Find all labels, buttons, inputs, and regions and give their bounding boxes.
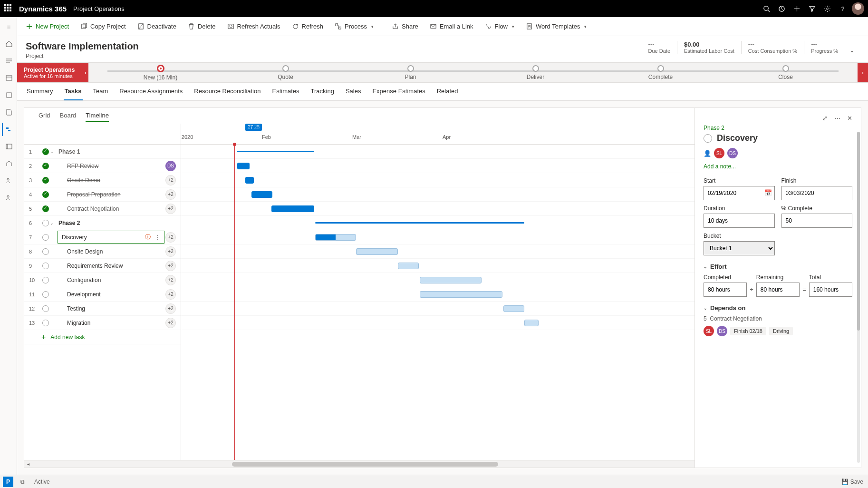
tab-team[interactable]: Team [92, 83, 109, 100]
tab-resource-assignments[interactable]: Resource Assignments [118, 83, 183, 100]
start-date-input[interactable] [704, 186, 775, 200]
tab-tasks[interactable]: Tasks [64, 83, 83, 100]
tab-resource-reconciliation[interactable]: Resource Reconciliation [193, 83, 261, 100]
gantt-bar[interactable] [271, 205, 314, 212]
help-icon[interactable]: ? [835, 1, 850, 16]
gantt-bar[interactable] [420, 277, 482, 283]
search-icon[interactable] [759, 1, 774, 16]
effort-section-header[interactable]: ⌄Effort [704, 263, 852, 270]
projects-icon[interactable] [2, 123, 15, 136]
bpf-stage[interactable]: Quote [223, 65, 348, 80]
assistant-icon[interactable] [774, 1, 789, 16]
copy-project-button[interactable]: Copy Project [76, 21, 130, 32]
rail-icon-1[interactable] [2, 88, 15, 102]
task-row[interactable]: 10 Configuration +2 [24, 273, 181, 287]
email-link-button[interactable]: Email a Link [425, 21, 478, 32]
gantt-bar[interactable] [237, 151, 314, 152]
percent-complete-input[interactable] [781, 214, 853, 228]
effort-completed-input[interactable] [704, 283, 747, 297]
task-row[interactable]: 4 Proposal Preparation +2 [24, 187, 181, 202]
rail-icon-2[interactable] [2, 106, 15, 119]
task-row[interactable]: 5 Contract Negotiation +2 [24, 202, 181, 216]
task-row[interactable]: 7 Discoveryⓘ⋮ +2 [24, 230, 181, 244]
word-templates-button[interactable]: WWord Templates▾ [521, 21, 591, 32]
finish-date-input[interactable] [781, 186, 853, 200]
gantt-bar[interactable] [251, 191, 272, 198]
gantt-bar[interactable] [503, 305, 524, 312]
panel-scrollbar[interactable] [857, 132, 860, 463]
bpf-stage[interactable]: Complete [598, 65, 723, 80]
rail-icon-4[interactable] [2, 157, 15, 170]
task-row[interactable]: 12 Testing +2 [24, 302, 181, 316]
gantt-bar[interactable] [315, 222, 524, 224]
pinned-icon[interactable] [2, 71, 15, 85]
process-button[interactable]: Process▾ [330, 21, 378, 32]
bpf-next-button[interactable]: › [858, 63, 868, 82]
close-panel-icon[interactable]: ✕ [847, 115, 852, 122]
recent-icon[interactable] [2, 54, 15, 68]
task-row[interactable]: 1 ⌄ Phase 1 [24, 145, 181, 159]
task-row[interactable]: 8 Onsite Design +2 [24, 244, 181, 259]
tab-estimates[interactable]: Estimates [271, 83, 300, 100]
gantt-bar[interactable] [420, 291, 502, 298]
task-row[interactable]: 9 Requirements Review +2 [24, 259, 181, 273]
bucket-select[interactable]: Bucket 1 [704, 241, 775, 255]
bpf-stage[interactable]: Plan [348, 65, 473, 80]
assignee-badge[interactable]: DS [727, 148, 738, 158]
viewtab-board[interactable]: Board [60, 112, 77, 122]
share-button[interactable]: Share [387, 21, 423, 32]
bpf-stage[interactable]: Close [723, 65, 848, 80]
bpf-stage[interactable]: New (16 Min) [98, 65, 223, 81]
deactivate-button[interactable]: Deactivate [133, 21, 181, 32]
effort-remaining-input[interactable] [756, 283, 800, 297]
rail-icon-3[interactable] [2, 140, 15, 153]
menu-toggle-icon[interactable]: ≡ [2, 20, 15, 33]
delete-button[interactable]: Delete [183, 21, 221, 32]
effort-total-input[interactable] [809, 283, 852, 297]
expand-panel-icon[interactable]: ⤢ [822, 115, 828, 122]
gantt-bar[interactable] [524, 320, 539, 326]
task-row[interactable]: 11 Development +2 [24, 287, 181, 302]
refresh-button[interactable]: Refresh [287, 21, 328, 32]
settings-icon[interactable] [820, 1, 835, 16]
filter-icon[interactable] [804, 1, 820, 16]
horizontal-scrollbar[interactable]: ◂ [24, 460, 694, 468]
viewtab-timeline[interactable]: Timeline [86, 112, 109, 122]
gantt-bar[interactable] [398, 263, 419, 269]
add-task-row[interactable]: +Add new task [24, 330, 181, 344]
assignee-badge[interactable]: SL [714, 148, 724, 158]
add-note-link[interactable]: Add a note... [704, 163, 852, 170]
gantt-bar[interactable] [356, 248, 398, 255]
tab-tracking[interactable]: Tracking [310, 83, 335, 100]
more-icon[interactable]: ⋯ [834, 115, 840, 122]
bpf-stage[interactable]: Deliver [473, 65, 598, 80]
depends-section-header[interactable]: ⌄Depends on [704, 304, 852, 312]
task-row[interactable]: 6 ⌄ Phase 2 [24, 216, 181, 230]
gantt-bar[interactable] [315, 234, 356, 241]
duration-input[interactable] [704, 214, 775, 228]
user-avatar[interactable] [852, 2, 864, 15]
gantt-bar[interactable] [245, 177, 254, 184]
app-launcher-icon[interactable] [4, 4, 13, 13]
add-icon[interactable] [789, 1, 804, 16]
tab-expense-estimates[interactable]: Expense Estimates [371, 83, 426, 100]
gantt-bar[interactable] [237, 163, 250, 169]
viewtab-grid[interactable]: Grid [39, 112, 50, 122]
flow-button[interactable]: Flow▾ [480, 21, 519, 32]
assign-person-icon[interactable]: 👤 [704, 150, 711, 157]
header-expand-icon[interactable]: ⌄ [845, 44, 859, 57]
rail-icon-6[interactable] [2, 191, 15, 205]
tab-related[interactable]: Related [436, 83, 459, 100]
tab-summary[interactable]: Summary [26, 83, 54, 100]
home-icon[interactable] [2, 37, 15, 50]
task-row[interactable]: 13 Migration +2 [24, 316, 181, 330]
refresh-actuals-button[interactable]: Refresh Actuals [222, 21, 285, 32]
new-project-button[interactable]: New Project [21, 21, 74, 32]
rail-icon-5[interactable] [2, 174, 15, 187]
tab-sales[interactable]: Sales [345, 83, 362, 100]
chevron-left-icon[interactable]: ‹ [85, 69, 87, 76]
task-row[interactable]: 3 Onsite Demo +2 [24, 173, 181, 187]
task-status-icon[interactable] [704, 134, 712, 143]
task-row[interactable]: 2 RFP Review DS [24, 159, 181, 173]
bpf-flag[interactable]: Project Operations Active for 16 minutes… [17, 63, 88, 82]
